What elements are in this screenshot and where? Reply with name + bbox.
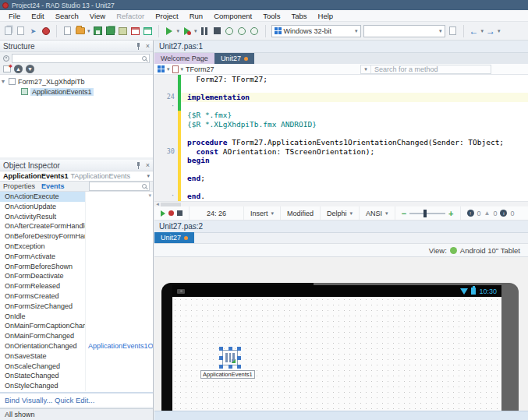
selected-component[interactable] <box>219 347 241 369</box>
tab-events[interactable]: Events <box>41 182 65 190</box>
resize-handle[interactable] <box>237 365 241 369</box>
unit-file-chevron[interactable]: ▾ <box>181 66 184 72</box>
device-manager-button[interactable] <box>448 26 458 36</box>
insert-mode-selector[interactable]: Insert ▾ <box>244 206 281 220</box>
navigate-back-dropdown[interactable]: ▾ <box>481 28 484 34</box>
view-unit-button[interactable] <box>143 26 153 36</box>
save-all-button[interactable] <box>105 26 115 36</box>
event-row[interactable]: OnStyleChanged <box>0 381 153 391</box>
menu-search[interactable]: Search <box>50 10 84 22</box>
code-line[interactable]: procedure TForm27.ApplicationEvents1Orie… <box>154 138 528 147</box>
save-project-button[interactable] <box>118 26 128 36</box>
menu-tools[interactable]: Tools <box>257 10 285 22</box>
unit-file-icon[interactable] <box>172 65 179 73</box>
open-dropdown[interactable]: ▾ <box>87 28 90 34</box>
code-editor[interactable]: Form27: TForm27;24implementation·{$R *.f… <box>154 75 528 201</box>
pin-icon[interactable] <box>136 162 142 169</box>
stop-button[interactable] <box>212 26 222 36</box>
run-no-debug-button[interactable] <box>182 26 192 36</box>
new-file-button[interactable] <box>62 26 73 36</box>
resize-handle[interactable] <box>219 365 223 369</box>
event-row[interactable]: OnStateChanged <box>0 371 153 381</box>
help-pointer-button[interactable]: ➤ <box>28 26 38 36</box>
close-icon[interactable]: × <box>146 43 150 50</box>
save-button[interactable] <box>93 26 103 36</box>
event-row[interactable]: OnActionExecute▾ <box>0 192 153 202</box>
event-row[interactable]: OnFormDeactivate <box>0 271 153 281</box>
code-line[interactable]: begin <box>154 156 528 165</box>
inspector-quick-links[interactable]: Bind Visually... Quick Edit... <box>0 392 153 407</box>
code-line[interactable]: ·end. <box>154 192 528 201</box>
code-line[interactable] <box>154 165 528 175</box>
move-up-button[interactable]: ▲ <box>14 65 23 73</box>
code-line[interactable] <box>154 183 528 192</box>
run-dropdown[interactable]: ▾ <box>177 28 180 34</box>
open-project-button[interactable] <box>16 26 26 36</box>
code-line[interactable]: · <box>154 102 528 111</box>
menu-component[interactable]: Component <box>208 10 257 22</box>
stop-icon[interactable] <box>177 210 182 216</box>
zoom-slider-thumb[interactable] <box>423 210 427 217</box>
menu-help[interactable]: Help <box>313 10 339 22</box>
horizontal-scrollbar[interactable]: ◂ <box>154 201 528 206</box>
structure-search-input[interactable] <box>12 54 150 63</box>
resize-handle[interactable] <box>229 347 232 351</box>
uses-view-icon[interactable] <box>158 65 165 72</box>
object-selector[interactable]: ApplicationEvents1 TApplicationEvents ▾ <box>0 171 153 182</box>
step-over-button[interactable] <box>237 26 247 36</box>
pin-icon[interactable] <box>136 43 142 50</box>
menu-view[interactable]: View <box>84 10 111 22</box>
event-row[interactable]: OnOrientationChangedApplicationEvents1Or… <box>0 341 153 351</box>
collapse-icon[interactable]: ▼ <box>0 79 6 84</box>
event-row[interactable]: OnFormReleased <box>0 281 153 291</box>
code-line[interactable]: end; <box>154 174 528 183</box>
platform-selector[interactable]: Windows 32-bit ▾ <box>271 25 361 37</box>
tab-unit27-design[interactable]: Unit27 <box>154 232 194 243</box>
resize-handle[interactable] <box>237 356 241 360</box>
tree-node-component[interactable]: ApplicationEvents1 <box>0 86 153 97</box>
event-row[interactable]: OnFormsCreated <box>0 291 153 302</box>
code-line[interactable]: 30 const AOrientation: TScreenOrientatio… <box>154 147 528 157</box>
breadcrumb-scope[interactable]: TForm27 <box>186 65 214 73</box>
tab-unit27[interactable]: Unit27 <box>214 53 254 64</box>
language-selector[interactable]: Delphi ▾ <box>321 206 360 220</box>
navigate-back-button[interactable]: ← <box>470 26 479 36</box>
menu-run[interactable]: Run <box>184 10 208 22</box>
menu-file[interactable]: File <box>3 10 26 22</box>
pause-button[interactable] <box>200 26 210 36</box>
event-row[interactable]: OnActionUpdate <box>0 202 153 212</box>
record-icon[interactable] <box>168 210 174 216</box>
method-search-combo[interactable]: ▾ Search for a method <box>360 65 491 74</box>
encoding-selector[interactable]: ANSI ▾ <box>360 206 395 220</box>
close-icon[interactable]: × <box>146 162 150 169</box>
form-designer[interactable]: 10:30 ApplicationEvents1 <box>154 257 528 411</box>
resize-handle[interactable] <box>229 365 232 369</box>
navigate-forward-dropdown[interactable]: ▾ <box>498 28 501 34</box>
resize-handle[interactable] <box>237 347 241 351</box>
event-row[interactable]: OnMainFormCaptionChanged <box>0 321 153 331</box>
resize-handle[interactable] <box>219 356 223 360</box>
code-line[interactable]: Form27: TForm27; <box>154 75 528 84</box>
scrollbar-thumb[interactable] <box>161 203 181 206</box>
view-form-button[interactable] <box>130 26 140 36</box>
design-surface[interactable]: ApplicationEvents1 <box>172 297 501 411</box>
new-item-icon[interactable] <box>3 65 11 72</box>
event-row[interactable]: OnFormSizeChanged <box>0 302 153 312</box>
navigate-forward-button[interactable]: → <box>486 26 495 36</box>
event-row[interactable]: OnMainFormChanged <box>0 331 153 341</box>
menu-project[interactable]: Project <box>150 10 184 22</box>
event-row[interactable]: OnScaleChanged <box>0 362 153 372</box>
getit-button[interactable] <box>41 26 51 36</box>
menu-edit[interactable]: Edit <box>26 10 49 22</box>
event-row[interactable]: OnActivityResult <box>0 212 153 222</box>
event-row[interactable]: OnFormBeforeShown <box>0 262 153 272</box>
uses-view-chevron[interactable]: ▾ <box>167 66 170 72</box>
zoom-slider[interactable] <box>409 213 445 214</box>
method-search-chevron[interactable]: ▾ <box>361 65 371 73</box>
target-selector[interactable]: ▾ <box>363 25 445 37</box>
tab-properties[interactable]: Properties <box>3 182 35 190</box>
new-items-button[interactable] <box>3 26 13 36</box>
run-no-debug-dropdown[interactable]: ▾ <box>194 28 197 34</box>
event-row[interactable]: OnFormActivate <box>0 252 153 262</box>
zoom-in-button[interactable]: + <box>448 209 453 218</box>
